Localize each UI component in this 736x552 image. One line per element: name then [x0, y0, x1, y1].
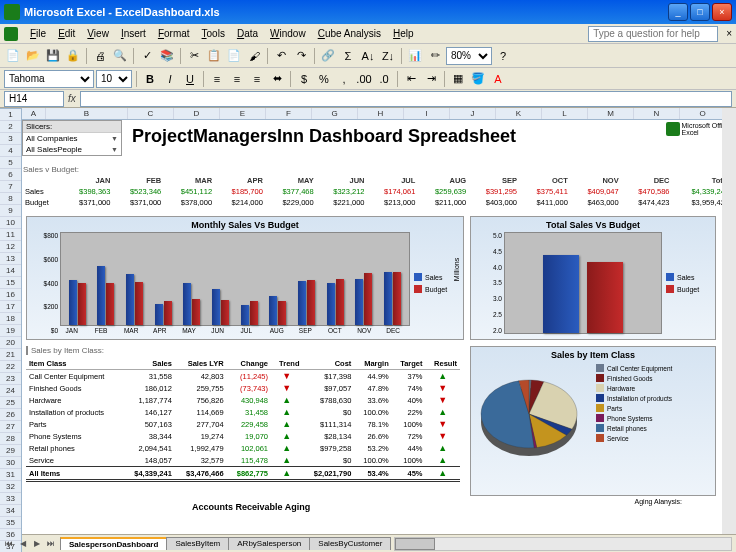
row-header[interactable]: 9	[0, 205, 21, 217]
row-header[interactable]: 12	[0, 241, 21, 253]
row-header[interactable]: 30	[0, 457, 21, 469]
row-header[interactable]: 19	[0, 325, 21, 337]
tab-nav-next-icon[interactable]: ▶	[30, 537, 44, 551]
row-header[interactable]: 7	[0, 181, 21, 193]
zoom-select[interactable]: 80%	[446, 47, 492, 65]
excel-doc-icon[interactable]	[4, 27, 18, 41]
drawing-icon[interactable]: ✏	[426, 47, 444, 65]
col-header[interactable]: K	[496, 108, 542, 119]
menu-edit[interactable]: Edit	[52, 26, 81, 41]
underline-icon[interactable]: U	[181, 70, 199, 88]
row-header[interactable]: 25	[0, 397, 21, 409]
horizontal-scrollbar[interactable]	[394, 537, 732, 551]
scroll-thumb[interactable]	[395, 538, 435, 550]
open-icon[interactable]: 📂	[24, 47, 42, 65]
sheet-tab-arbysalesperson[interactable]: ARbySalesperson	[228, 537, 310, 550]
copy-icon[interactable]: 📋	[205, 47, 223, 65]
sheet-tab-salesbyitem[interactable]: SalesByItem	[166, 537, 229, 550]
row-header[interactable]: 14	[0, 265, 21, 277]
row-header[interactable]: 17	[0, 301, 21, 313]
col-header[interactable]: M	[588, 108, 634, 119]
slicer-companies[interactable]: All Companies▼	[23, 133, 121, 144]
currency-icon[interactable]: $	[295, 70, 313, 88]
undo-icon[interactable]: ↶	[272, 47, 290, 65]
row-header[interactable]: 21	[0, 349, 21, 361]
col-header[interactable]: O	[680, 108, 726, 119]
sheet-tab-salesbycustomer[interactable]: SalesByCustomer	[309, 537, 391, 550]
col-header[interactable]: C	[128, 108, 174, 119]
col-header[interactable]: L	[542, 108, 588, 119]
menu-window[interactable]: Window	[264, 26, 312, 41]
row-header[interactable]: 11	[0, 229, 21, 241]
row-header[interactable]: 5	[0, 157, 21, 169]
help-search[interactable]	[588, 26, 718, 42]
comma-icon[interactable]: ,	[335, 70, 353, 88]
bold-icon[interactable]: B	[141, 70, 159, 88]
menu-format[interactable]: Format	[152, 26, 196, 41]
row-header[interactable]: 16	[0, 289, 21, 301]
row-header[interactable]: 3	[0, 133, 21, 145]
menu-tools[interactable]: Tools	[196, 26, 231, 41]
row-header[interactable]: 23	[0, 373, 21, 385]
col-header[interactable]: F	[266, 108, 312, 119]
chart-wizard-icon[interactable]: 📊	[406, 47, 424, 65]
fill-color-icon[interactable]: 🪣	[469, 70, 487, 88]
borders-icon[interactable]: ▦	[449, 70, 467, 88]
sort-desc-icon[interactable]: Z↓	[379, 47, 397, 65]
col-header[interactable]: J	[450, 108, 496, 119]
tab-nav-prev-icon[interactable]: ◀	[16, 537, 30, 551]
menu-file[interactable]: File	[24, 26, 52, 41]
merge-center-icon[interactable]: ⬌	[268, 70, 286, 88]
increase-indent-icon[interactable]: ⇥	[422, 70, 440, 88]
sheet-tab-salespersondashboard[interactable]: SalespersonDashboard	[60, 537, 167, 550]
row-header[interactable]: 6	[0, 169, 21, 181]
format-painter-icon[interactable]: 🖌	[245, 47, 263, 65]
vertical-scrollbar[interactable]	[722, 108, 736, 534]
row-header[interactable]: 31	[0, 469, 21, 481]
cut-icon[interactable]: ✂	[185, 47, 203, 65]
row-header[interactable]: 4	[0, 145, 21, 157]
menu-view[interactable]: View	[81, 26, 115, 41]
align-center-icon[interactable]: ≡	[228, 70, 246, 88]
align-right-icon[interactable]: ≡	[248, 70, 266, 88]
increase-decimal-icon[interactable]: .00	[355, 70, 373, 88]
spelling-icon[interactable]: ✓	[138, 47, 156, 65]
menu-help[interactable]: Help	[387, 26, 420, 41]
col-header[interactable]: B	[46, 108, 128, 119]
col-header[interactable]: D	[174, 108, 220, 119]
italic-icon[interactable]: I	[161, 70, 179, 88]
row-header[interactable]: 28	[0, 433, 21, 445]
print-icon[interactable]: 🖨	[91, 47, 109, 65]
hyperlink-icon[interactable]: 🔗	[319, 47, 337, 65]
col-header[interactable]: A	[22, 108, 46, 119]
font-name-select[interactable]: Tahoma	[4, 70, 94, 88]
sales-by-class-pie-chart[interactable]: Sales by Item Class Call Center Equipmen…	[470, 346, 716, 496]
fx-icon[interactable]: fx	[68, 93, 76, 104]
row-header[interactable]: 20	[0, 337, 21, 349]
row-header[interactable]: 27	[0, 421, 21, 433]
autosum-icon[interactable]: Σ	[339, 47, 357, 65]
row-header[interactable]: 22	[0, 361, 21, 373]
font-size-select[interactable]: 10	[96, 70, 132, 88]
slicer-salespeople[interactable]: All SalesPeople▼	[23, 144, 121, 155]
print-preview-icon[interactable]: 🔍	[111, 47, 129, 65]
row-header[interactable]: 1	[0, 109, 21, 121]
row-header[interactable]: 18	[0, 313, 21, 325]
save-icon[interactable]: 💾	[44, 47, 62, 65]
row-header[interactable]: 2	[0, 121, 21, 133]
decrease-decimal-icon[interactable]: .0	[375, 70, 393, 88]
row-header[interactable]: 13	[0, 253, 21, 265]
row-header[interactable]: 29	[0, 445, 21, 457]
row-header[interactable]: 8	[0, 193, 21, 205]
decrease-indent-icon[interactable]: ⇤	[402, 70, 420, 88]
row-header[interactable]: 15	[0, 277, 21, 289]
close-button[interactable]: ×	[712, 3, 732, 21]
sort-asc-icon[interactable]: A↓	[359, 47, 377, 65]
menu-insert[interactable]: Insert	[115, 26, 152, 41]
col-header[interactable]: E	[220, 108, 266, 119]
col-header[interactable]: I	[404, 108, 450, 119]
row-header[interactable]: 32	[0, 481, 21, 493]
row-header[interactable]: 35	[0, 517, 21, 529]
row-header[interactable]: 34	[0, 505, 21, 517]
formula-input[interactable]	[80, 91, 732, 107]
